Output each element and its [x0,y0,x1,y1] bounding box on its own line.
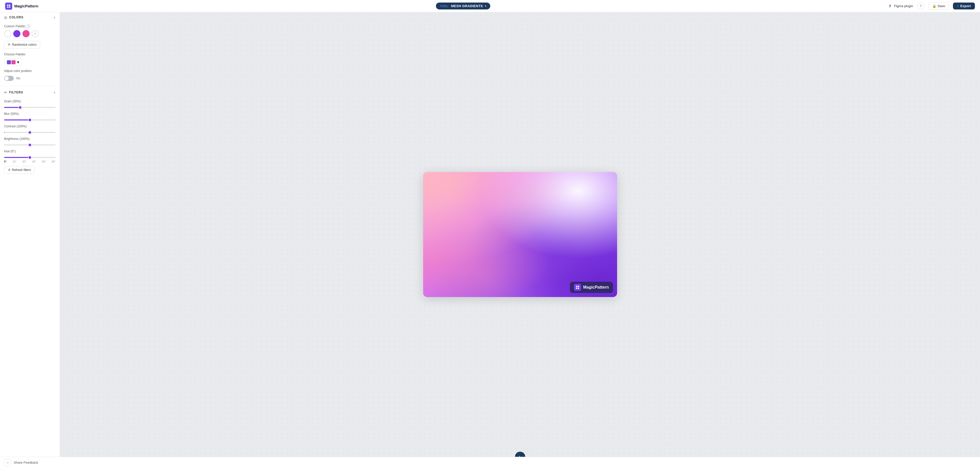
hue-tick-30: 30° [22,160,26,163]
filters-section-title: FILTERS [9,91,23,94]
palette-color-2 [11,60,16,64]
main-layout: ◎ COLORS ∧ Custom Palette: ? + ⟳ Randomi… [0,12,980,457]
grain-label: Grain (30%): [4,100,56,103]
toggle-label: No [16,76,20,80]
bottom-bar: − Share Feedback [0,457,980,468]
hue-tick-90: 90° [52,160,56,163]
watermark-text: MagicPattern [583,285,609,290]
help-icon: ? [920,4,921,8]
resize-handle[interactable]: ⤡ [515,452,525,457]
tool-selector[interactable]: TOOL: MESH GRADIENTS ▾ [436,3,490,10]
colors-section-content: Custom Palette: ? + ⟳ Randomize colors C… [0,22,60,85]
filters-section-content: Grain (30%): Blur (50%): Contrast (100%)… [0,97,60,178]
topbar-right: Figma plugin ? 🔒 Save ↑ Export [888,2,975,10]
hue-ticks: 0° 15° 30° 45° 60° 90° [4,160,56,163]
svg-rect-0 [7,4,8,6]
svg-rect-5 [578,286,579,287]
randomize-icon: ⟳ [8,43,11,46]
contrast-label: Contrast (100%): [4,124,56,128]
filters-title-row: ✏ FILTERS [4,90,23,94]
watermark-icon [574,284,581,291]
grain-slider[interactable] [4,107,56,108]
figma-plugin-label: Figma plugin [894,4,913,8]
brightness-slider[interactable] [4,145,56,145]
topbar: MagicPattern TOOL: MESH GRADIENTS ▾ Figm… [0,0,980,12]
svg-rect-3 [9,6,10,7]
swatch-add-button[interactable]: + [32,30,39,37]
logo-icon [5,3,12,10]
randomize-colors-button[interactable]: ⟳ Randomize colors [4,41,40,48]
help-button[interactable]: ? [917,3,924,10]
swatch-pink[interactable] [22,30,30,37]
refresh-icon: ↺ [8,168,11,172]
svg-rect-2 [7,6,8,7]
tool-label: TOOL: [440,5,449,8]
export-icon: ↑ [957,4,959,8]
colors-collapse-button[interactable]: ∧ [53,16,56,19]
palette-dropdown[interactable]: ▾ [4,58,22,66]
figma-icon [888,4,892,8]
blur-filter-row: Blur (50%): [4,112,56,121]
hue-label: Hue (0°): [4,150,56,153]
section-divider [0,86,60,86]
svg-rect-6 [576,288,577,289]
swatch-white[interactable] [4,30,11,37]
feedback-text: Share Feedback [14,461,38,465]
minus-icon: − [6,461,9,465]
colors-title-row: ◎ COLORS [4,15,24,19]
topbar-center: TOOL: MESH GRADIENTS ▾ [436,3,490,10]
filters-collapse-button[interactable]: ∧ [53,91,56,94]
brightness-filter-row: Brightness (100%): [4,137,56,146]
blur-label: Blur (50%): [4,112,56,116]
hue-slider[interactable] [4,157,56,158]
gradient-card: MagicPattern [423,172,617,297]
contrast-slider[interactable] [4,132,56,133]
svg-rect-1 [9,4,10,6]
brand-name: MagicPattern [14,4,38,8]
adjust-position-row: Adjust color position: [4,69,56,73]
gradient-canvas [423,172,617,297]
refresh-filters-button[interactable]: ↺ Refresh filters [4,166,35,174]
toggle-row: No [4,76,56,81]
filters-section-header: ✏ FILTERS ∧ [0,87,60,97]
palette-chevron-icon: ▾ [17,60,19,65]
swatch-purple[interactable] [13,30,21,37]
hue-tick-0: 0° [4,160,6,163]
custom-palette-help-icon[interactable]: ? [27,24,30,28]
adjust-position-toggle[interactable] [4,76,14,81]
topbar-left: MagicPattern [5,3,38,10]
canvas-area: MagicPattern ⤡ [60,12,980,457]
adjust-position-label: Adjust color position: [4,69,32,73]
resize-icon: ⤡ [519,455,522,457]
colors-section-icon: ◎ [4,15,7,19]
hue-tick-15: 15° [13,160,16,163]
color-swatches: + [4,30,56,37]
palette-color-1 [7,60,11,64]
minus-button[interactable]: − [4,459,11,466]
contrast-filter-row: Contrast (100%): [4,124,56,134]
filters-section-icon: ✏ [4,90,7,94]
brightness-label: Brightness (100%): [4,137,56,141]
svg-rect-7 [578,288,579,289]
hue-tick-45: 45° [32,160,36,163]
colors-section-title: COLORS [9,16,24,19]
blur-slider[interactable] [4,119,56,121]
watermark: MagicPattern [570,282,613,293]
figma-plugin-button[interactable]: Figma plugin [888,4,913,8]
grain-filter-row: Grain (30%): [4,100,56,109]
hue-filter-row: Hue (0°): 0° 15° 30° 45° 60° 90° [4,150,56,163]
hue-tick-60: 60° [42,160,46,163]
export-button[interactable]: ↑ Export [953,3,975,10]
tool-name: MESH GRADIENTS [451,4,483,8]
svg-rect-4 [576,286,577,287]
custom-palette-label: Custom Palette: ? [4,24,56,28]
save-button[interactable]: 🔒 Save [928,2,949,10]
chevron-down-icon: ▾ [485,5,486,7]
palette-preview [7,60,16,64]
lock-icon: 🔒 [932,4,936,8]
choose-palette-label: Choose Palette: [4,53,56,56]
toggle-knob [5,76,9,80]
sidebar: ◎ COLORS ∧ Custom Palette: ? + ⟳ Randomi… [0,12,60,457]
colors-section-header: ◎ COLORS ∧ [0,12,60,22]
